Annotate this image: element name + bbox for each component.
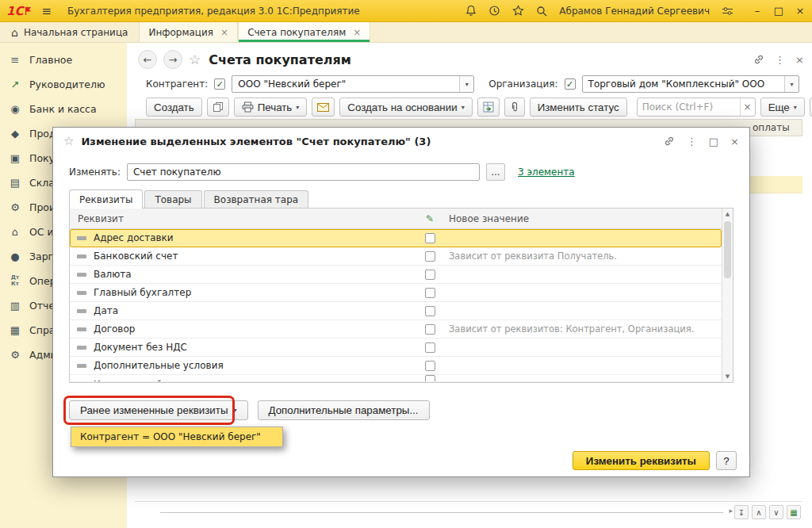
attribute-row[interactable]: Документ без НДС (70, 339, 722, 357)
attribute-row[interactable]: Комментарий (70, 375, 722, 382)
choose-object-button[interactable]: ... (486, 163, 505, 181)
get-link-icon[interactable] (753, 54, 764, 65)
attribute-row[interactable]: Главный бухгалтер (70, 284, 722, 302)
warehouse-section-icon: ▤ (8, 178, 22, 189)
sidebar-section-item[interactable]: ↗ Руководителю (0, 72, 127, 97)
dialog-menu-dots-icon[interactable]: ⋮ (687, 136, 697, 147)
attribute-change-checkbox[interactable] (425, 288, 435, 298)
apply-changes-button[interactable]: Изменить реквизиты (573, 451, 710, 470)
more-actions-button[interactable]: Еще ▾ (760, 98, 805, 117)
print-button[interactable]: Печать ▾ (234, 98, 308, 117)
list-settings-icon[interactable]: ▦ (787, 505, 801, 519)
attribute-row[interactable]: Валюта (70, 266, 722, 284)
attribute-change-checkbox[interactable] (425, 306, 435, 316)
more-actions-label: Еще (768, 101, 790, 113)
scroll-up-icon[interactable]: ∧ (752, 505, 766, 519)
dialog-favorite-icon[interactable]: ☆ (63, 134, 74, 148)
attribute-marker-icon (77, 254, 86, 258)
dialog-tab[interactable]: Возвратная тара (204, 190, 309, 209)
attribute-row[interactable]: Дата (70, 302, 722, 320)
form-menu-dots-icon[interactable]: ⋮ (775, 54, 785, 66)
pencil-icon[interactable]: ✎ (419, 213, 441, 224)
horizontal-scrollbar[interactable] (160, 512, 723, 513)
organization-filter-value[interactable]: Торговый дом "Комплексный" ООО (583, 78, 784, 90)
attribute-row[interactable]: Договор Зависит от реквизитов: Контраген… (70, 320, 722, 339)
attribute-change-checkbox[interactable] (425, 342, 435, 353)
attachments-button[interactable] (504, 98, 525, 117)
sidebar-section-item[interactable]: ≡ Главное (0, 48, 127, 72)
copy-item-button[interactable] (207, 98, 229, 117)
attribute-row[interactable]: Дополнительные условия (70, 357, 722, 375)
create-based-on-button[interactable]: Создать на основании ▾ (339, 98, 472, 117)
scroll-down-icon[interactable]: ∨ (769, 505, 783, 519)
change-object-input[interactable]: Счет покупателю (127, 163, 480, 181)
attribute-change-checkbox[interactable] (425, 375, 435, 382)
home-page-tab[interactable]: ⌂ Начальная страница (0, 22, 139, 42)
scroll-up-icon[interactable]: ▲ (722, 211, 733, 217)
notifications-bell-icon[interactable] (465, 5, 477, 17)
attribute-change-checkbox[interactable] (425, 233, 435, 243)
form-close-icon[interactable]: × (795, 54, 804, 66)
main-menu-icon[interactable]: ≡ (41, 4, 52, 18)
attribute-marker-icon (77, 273, 86, 277)
nav-forward-button[interactable]: → (163, 50, 182, 69)
change-status-button[interactable]: Изменить статус (530, 98, 627, 117)
attribute-row[interactable]: Банковский счет Зависит от реквизита Пол… (70, 247, 722, 266)
production-section-icon: ⚙ (8, 202, 22, 213)
dialog-help-button[interactable]: ? (716, 451, 737, 470)
history-icon[interactable] (488, 5, 500, 17)
minimize-button[interactable]: – (752, 5, 763, 17)
attribute-column-header[interactable]: Реквизит (70, 213, 419, 224)
dialog-maximize-icon[interactable]: □ (709, 136, 718, 147)
chevron-down-icon: ▾ (296, 104, 299, 111)
tab-close-icon[interactable]: × (353, 27, 361, 38)
close-window-button[interactable]: × (795, 5, 806, 17)
attribute-change-checkbox[interactable] (425, 270, 435, 280)
tab-close-icon[interactable]: × (220, 27, 228, 38)
scrollbar-thumb[interactable] (724, 221, 731, 278)
organization-filter-combo[interactable]: Торговый дом "Комплексный" ООО ▾ (582, 75, 799, 93)
scroll-down-icon[interactable]: ▼ (722, 373, 733, 380)
service-settings-icon[interactable] (722, 6, 733, 16)
load-table-button[interactable] (477, 98, 500, 117)
dialog-tab[interactable]: Товары (144, 190, 201, 209)
dialog-close-icon[interactable]: × (730, 136, 739, 147)
window-tab[interactable]: Счета покупателям × (238, 22, 370, 42)
previously-changed-attributes-button[interactable]: Ранее измененные реквизиты ▾ (69, 400, 248, 420)
new-value-column-header[interactable]: Новое значение (441, 213, 733, 224)
organization-filter-checkbox[interactable]: ✓ (565, 78, 576, 90)
window-tab[interactable]: Информация × (139, 22, 238, 42)
create-button[interactable]: Создать (146, 98, 202, 117)
sidebar-section-item[interactable]: ◉ Банк и касса (0, 97, 127, 121)
sidebar-section-label: Спра (29, 324, 56, 336)
purchases-section-icon: ▣ (8, 153, 22, 164)
export-list-icon[interactable]: ↧ (734, 505, 749, 519)
bank-section-icon: ◉ (8, 104, 22, 115)
chevron-down-icon[interactable]: ▾ (784, 76, 799, 92)
scroll-right-icon[interactable]: ▸ (729, 507, 733, 515)
attribute-change-checkbox[interactable] (425, 361, 435, 371)
favorites-star-icon[interactable] (512, 5, 524, 17)
chevron-down-icon[interactable]: ▾ (459, 76, 473, 92)
add-to-favorites-icon[interactable]: ☆ (189, 52, 201, 67)
attribute-row[interactable]: Адрес доставки (70, 229, 722, 247)
selected-elements-link[interactable]: 3 элемента (518, 166, 575, 178)
search-input[interactable] (638, 101, 740, 113)
maximize-button[interactable]: □ (773, 5, 784, 17)
send-email-button[interactable] (312, 98, 335, 117)
dialog-get-link-icon[interactable] (664, 136, 675, 147)
current-user-name[interactable]: Абрамов Геннадий Сергеевич (559, 6, 710, 17)
previously-changed-dropdown-item[interactable]: Контрагент = ООО "Невский берег" (71, 427, 282, 446)
nav-back-button[interactable]: ← (138, 50, 157, 69)
attribute-change-checkbox[interactable] (425, 324, 435, 335)
additional-parameters-button[interactable]: Дополнительные параметры... (258, 400, 430, 420)
attribute-change-checkbox[interactable] (425, 251, 435, 262)
counterparty-filter-value[interactable]: ООО "Невский берег" (232, 78, 459, 90)
global-search-icon[interactable] (536, 6, 547, 17)
dialog-tab[interactable]: Реквизиты (69, 189, 143, 209)
column-header-fragment[interactable]: оплаты (753, 122, 790, 133)
counterparty-filter-checkbox[interactable]: ✓ (214, 78, 225, 90)
counterparty-filter-combo[interactable]: ООО "Невский берег" ▾ (232, 75, 474, 93)
search-clear-icon[interactable]: × (740, 98, 755, 116)
attributes-table-scrollbar[interactable]: ▲ ▼ (722, 209, 733, 382)
